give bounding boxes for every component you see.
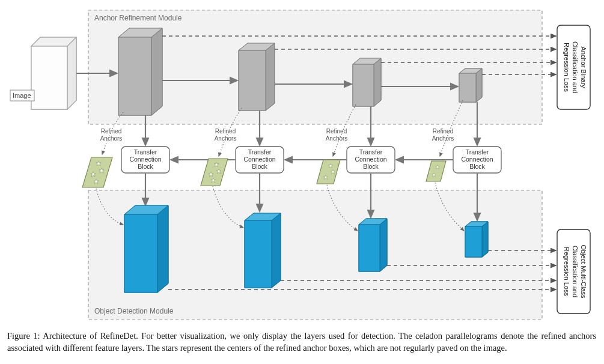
tcb-3: Transfer Connection Block [347, 147, 395, 173]
svg-marker-19 [476, 68, 482, 102]
refined-label-3: Refined Anchors [326, 128, 348, 142]
svg-marker-47 [380, 219, 387, 271]
svg-marker-43 [272, 213, 281, 288]
figure-caption: Figure 1: Architecture of RefineDet. For… [7, 330, 596, 354]
svg-text:Block: Block [252, 163, 267, 170]
arm-loss-line2: Classification and [572, 41, 579, 93]
image-label: Image [13, 92, 31, 99]
svg-text:Block: Block [363, 163, 379, 170]
svg-text:Anchors: Anchors [326, 135, 348, 142]
odm-module-label: Object Detection Module [94, 307, 174, 315]
odm-feature-1 [124, 205, 168, 293]
odm-loss-line2: Classification and [572, 246, 579, 297]
svg-text:Refined: Refined [433, 128, 453, 135]
refined-label-1: Refined Anchors [100, 128, 123, 142]
arm-loss-line1: Anchor Binary [580, 46, 587, 88]
svg-text:Anchors: Anchors [100, 135, 123, 142]
figure-number: Figure 1: [7, 331, 40, 341]
svg-text:Anchors: Anchors [215, 135, 237, 142]
arm-module-label: Anchor Refinement Module [94, 14, 182, 22]
refined-anchors-para-4 [426, 161, 446, 181]
odm-feature-3 [359, 219, 387, 271]
svg-text:Connection: Connection [355, 156, 386, 163]
svg-rect-52 [465, 226, 482, 257]
svg-rect-16 [353, 64, 374, 106]
tcb-1: Transfer Connection Block [121, 147, 169, 173]
refined-label-4: Refined Anchors [432, 128, 454, 142]
svg-marker-51 [482, 222, 488, 257]
svg-rect-20 [459, 73, 476, 102]
refined-anchors-para-2 [201, 159, 228, 186]
svg-text:Block: Block [138, 163, 153, 170]
svg-text:Transfer: Transfer [134, 148, 157, 156]
svg-text:Connection: Connection [461, 156, 493, 163]
svg-text:Connection: Connection [243, 156, 275, 163]
svg-marker-7 [151, 28, 162, 115]
svg-marker-75 [426, 161, 446, 181]
refined-anchors-para-3 [317, 160, 340, 184]
odm-feature-4 [465, 222, 488, 257]
tcb-4: Transfer Connection Block [453, 147, 501, 173]
diagram-svg: Anchor Refinement Module Object Detectio… [7, 7, 596, 326]
svg-text:Refined: Refined [215, 128, 236, 135]
odm-loss-line1: Object Multi-Class [580, 244, 587, 299]
input-image [31, 37, 76, 109]
svg-marker-11 [266, 43, 275, 111]
svg-rect-3 [31, 46, 67, 109]
svg-text:Transfer: Transfer [466, 148, 489, 156]
figure-caption-text: Architecture of RefineDet. For better vi… [7, 331, 596, 353]
odm-feature-2 [245, 213, 281, 288]
arm-feature-4 [459, 68, 482, 102]
svg-text:Connection: Connection [129, 156, 161, 163]
svg-rect-44 [245, 220, 272, 288]
svg-marker-39 [157, 205, 168, 293]
tcb-2: Transfer Connection Block [236, 147, 284, 173]
svg-rect-8 [118, 37, 151, 115]
svg-marker-15 [374, 58, 381, 106]
figure: Anchor Refinement Module Object Detectio… [7, 7, 596, 354]
arm-feature-3 [353, 58, 381, 106]
arm-loss-line3: Regression Loss [563, 43, 570, 92]
arm-feature-1 [118, 28, 162, 115]
arm-feature-2 [239, 43, 275, 111]
svg-rect-12 [239, 50, 266, 111]
svg-marker-2 [67, 37, 76, 109]
svg-text:Transfer: Transfer [359, 148, 383, 156]
svg-marker-71 [317, 160, 340, 184]
svg-text:Block: Block [469, 163, 485, 170]
svg-rect-40 [124, 214, 157, 293]
svg-text:Anchors: Anchors [432, 135, 454, 142]
refined-anchors-para-1 [82, 157, 112, 187]
svg-text:Transfer: Transfer [248, 148, 272, 156]
odm-loss-line3: Regression Loss [563, 247, 570, 296]
svg-rect-48 [359, 225, 380, 271]
